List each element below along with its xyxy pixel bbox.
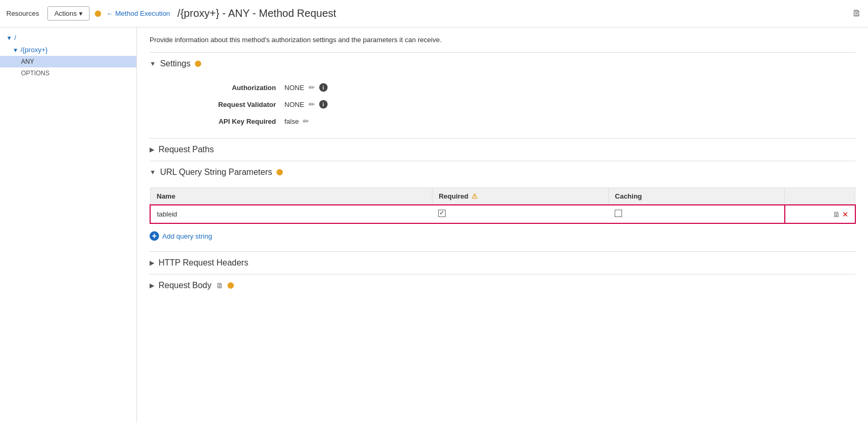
settings-section-title: Settings xyxy=(160,59,191,68)
request-paths-section: ▶ Request Paths xyxy=(150,138,855,161)
copy-icon[interactable]: 🗎 xyxy=(833,210,840,219)
delete-icon[interactable]: ✕ xyxy=(842,210,849,219)
sidebar-item-any[interactable]: ANY xyxy=(0,56,136,67)
authorization-label: Authorization xyxy=(192,84,276,92)
sidebar-item-proxy[interactable]: ▼ /{proxy+} xyxy=(0,44,136,56)
settings-status-dot xyxy=(195,61,201,67)
sidebar-proxy-label: /{proxy+} xyxy=(21,46,48,54)
request-body-title: Request Body xyxy=(159,281,212,290)
table-row: tableid 🗎 ✕ xyxy=(150,205,855,223)
http-headers-section: ▶ HTTP Request Headers xyxy=(150,251,855,274)
request-paths-header[interactable]: ▶ Request Paths xyxy=(150,139,855,161)
request-body-doc-icon: 🗎 xyxy=(216,281,223,290)
request-body-chevron-icon: ▶ xyxy=(150,282,154,289)
document-icon[interactable]: 🗎 xyxy=(852,8,862,19)
page-title: /{proxy+} - ANY - Method Request xyxy=(177,7,336,19)
url-query-section: ▼ URL Query String Parameters Name Requi… xyxy=(150,161,855,251)
toggle-icon: ▼ xyxy=(13,47,18,53)
param-caching-cell xyxy=(608,205,785,223)
add-query-plus-icon: + xyxy=(150,231,159,241)
request-validator-info-icon[interactable]: i xyxy=(319,100,328,109)
request-validator-value: NONE xyxy=(284,101,304,109)
authorization-edit-icon[interactable]: ✏ xyxy=(309,83,315,92)
top-bar: Resources Actions ▾ ← Method Execution /… xyxy=(0,0,868,27)
sidebar: ▼ / ▼ /{proxy+} ANY OPTIONS xyxy=(0,27,137,423)
sidebar-item-options[interactable]: OPTIONS xyxy=(0,67,136,79)
required-checkbox[interactable] xyxy=(438,210,446,217)
authorization-value: NONE xyxy=(284,84,304,92)
settings-content: Authorization NONE ✏ i Request Validator… xyxy=(150,75,855,138)
param-name-value: tableid xyxy=(157,210,177,218)
request-paths-chevron-icon: ▶ xyxy=(150,146,154,153)
request-paths-title: Request Paths xyxy=(159,145,214,154)
toggle-icon: ▼ xyxy=(6,35,12,41)
actions-button[interactable]: Actions ▾ xyxy=(47,6,90,21)
actions-chevron-icon: ▾ xyxy=(79,9,83,17)
sidebar-options-label: OPTIONS xyxy=(21,70,50,77)
request-body-status-dot xyxy=(228,282,234,289)
api-key-row: API Key Required false ✏ xyxy=(150,113,855,130)
status-dot xyxy=(95,11,101,17)
url-query-title: URL Query String Parameters xyxy=(160,168,272,177)
http-headers-chevron-icon: ▶ xyxy=(150,259,154,267)
request-validator-edit-icon[interactable]: ✏ xyxy=(309,100,315,109)
caching-checkbox[interactable] xyxy=(615,210,622,217)
api-key-label: API Key Required xyxy=(192,117,276,125)
param-row-actions: 🗎 ✕ xyxy=(792,210,849,219)
http-headers-header[interactable]: ▶ HTTP Request Headers xyxy=(150,252,855,274)
method-execution-label: Method Execution xyxy=(115,9,170,17)
col-caching-header: Caching xyxy=(608,188,785,205)
params-table: Name Required ⚠ Caching tablei xyxy=(150,188,855,224)
request-body-header[interactable]: ▶ Request Body 🗎 xyxy=(150,274,855,297)
col-required-header: Required ⚠ xyxy=(432,188,608,205)
request-validator-label: Request Validator xyxy=(192,101,276,109)
params-table-header-row: Name Required ⚠ Caching xyxy=(150,188,855,205)
param-required-cell xyxy=(432,205,608,223)
url-query-content: Name Required ⚠ Caching tablei xyxy=(150,183,855,251)
param-actions-cell: 🗎 ✕ xyxy=(785,205,855,223)
sidebar-any-label: ANY xyxy=(21,58,34,65)
authorization-row: Authorization NONE ✏ i xyxy=(150,79,855,96)
main-layout: ▼ / ▼ /{proxy+} ANY OPTIONS Provide info… xyxy=(0,27,868,423)
required-warning-icon: ⚠ xyxy=(470,193,479,200)
authorization-info-icon[interactable]: i xyxy=(319,83,328,92)
api-key-value: false xyxy=(284,117,299,125)
sidebar-item-root[interactable]: ▼ / xyxy=(0,32,136,44)
back-arrow-icon: ← xyxy=(106,9,113,17)
add-query-button[interactable]: + Add query string xyxy=(150,229,212,243)
add-query-label: Add query string xyxy=(162,232,212,240)
col-name-header: Name xyxy=(150,188,432,205)
param-name-cell: tableid xyxy=(150,205,432,223)
api-key-edit-icon[interactable]: ✏ xyxy=(303,117,309,125)
settings-section-header[interactable]: ▼ Settings xyxy=(150,53,855,75)
resources-label: Resources xyxy=(6,9,39,17)
url-query-status-dot xyxy=(277,169,283,175)
method-execution-link[interactable]: ← Method Execution xyxy=(106,9,170,17)
col-actions-header xyxy=(785,188,855,205)
url-query-chevron-icon: ▼ xyxy=(150,169,156,176)
actions-label: Actions xyxy=(54,9,77,17)
request-validator-row: Request Validator NONE ✏ i xyxy=(150,96,855,113)
settings-section: ▼ Settings Authorization NONE ✏ i Reques… xyxy=(150,52,855,138)
page-description: Provide information about this method's … xyxy=(150,36,855,44)
url-query-header[interactable]: ▼ URL Query String Parameters xyxy=(150,161,855,183)
content-area: Provide information about this method's … xyxy=(137,27,868,423)
sidebar-root-label: / xyxy=(14,34,16,42)
settings-chevron-icon: ▼ xyxy=(150,60,156,67)
request-body-section: ▶ Request Body 🗎 xyxy=(150,274,855,297)
http-headers-title: HTTP Request Headers xyxy=(159,258,248,268)
